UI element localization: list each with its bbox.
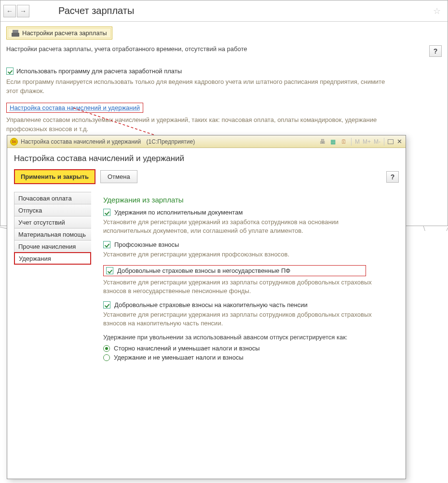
tab-other-accruals[interactable]: Прочие начисления bbox=[14, 240, 91, 253]
cancel-button[interactable]: Отмена bbox=[100, 170, 137, 183]
use-program-checkbox[interactable] bbox=[6, 67, 14, 75]
page-title: Расчет зарплаты bbox=[58, 5, 134, 16]
tab-deductions[interactable]: Удержания bbox=[14, 252, 91, 265]
accruals-config-link-box: Настройка состава начислений и удержаний bbox=[6, 103, 143, 113]
dismissal-question-label: Удержание при увольнении за использованн… bbox=[103, 334, 393, 341]
dialog-window-title: Настройка состава начислений и удержаний bbox=[21, 138, 141, 145]
union-dues-label: Профсоюзные взносы bbox=[114, 241, 179, 248]
printer-icon bbox=[12, 30, 19, 37]
writ-deductions-hint: Установите для регистрации удержаний из … bbox=[103, 218, 383, 235]
accruals-config-dialog: 1c Настройка состава начислений и удержа… bbox=[7, 135, 406, 479]
union-dues-hint: Установите для регистрации удержания про… bbox=[103, 250, 383, 259]
union-dues-checkbox[interactable] bbox=[103, 241, 110, 248]
dialog-heading: Настройка состава начислений и удержаний bbox=[14, 154, 399, 163]
tab-list: Почасовая оплата Отпуска Учет отсутствий… bbox=[14, 192, 91, 473]
memory-mplus-button[interactable]: M+ bbox=[361, 138, 372, 145]
accruals-config-link[interactable]: Настройка состава начислений и удержаний bbox=[10, 104, 140, 111]
voluntary-npf-hint: Установите для регистрации удержания из … bbox=[103, 278, 383, 295]
back-button[interactable]: ← bbox=[3, 5, 16, 17]
dismissal-deduction-radio[interactable] bbox=[103, 354, 110, 361]
tab-vacations[interactable]: Отпуска bbox=[14, 204, 91, 216]
panel-title: Удержания из зарплаты bbox=[103, 196, 393, 204]
salary-settings-button[interactable]: Настройки расчета зарплаты bbox=[6, 27, 112, 40]
memory-mminus-button[interactable]: M- bbox=[372, 138, 382, 145]
calculator-icon[interactable]: ▦ bbox=[329, 137, 338, 146]
calendar-icon[interactable]: 🗓 bbox=[339, 137, 348, 146]
writ-deductions-checkbox[interactable] bbox=[103, 209, 110, 216]
page-subtitle: Настройки расчета зарплаты, учета отрабо… bbox=[6, 45, 424, 53]
accruals-config-hint: Управление составом используемых начисле… bbox=[6, 116, 387, 134]
voluntary-npf-label: Добровольные страховые взносы в негосуда… bbox=[117, 267, 290, 274]
favorite-icon[interactable]: ☆ bbox=[433, 6, 441, 16]
voluntary-funded-checkbox[interactable] bbox=[103, 301, 110, 309]
dismissal-storno-radio[interactable] bbox=[103, 345, 110, 352]
help-button[interactable]: ? bbox=[429, 45, 442, 57]
voluntary-funded-hint: Установите для регистрации удержания из … bbox=[103, 310, 383, 328]
dialog-help-button[interactable]: ? bbox=[386, 171, 399, 183]
dismissal-deduction-label: Удержание и не уменьшает налоги и взносы bbox=[114, 354, 244, 361]
deductions-panel: Удержания из зарплаты Удержания по испол… bbox=[91, 192, 399, 473]
print-icon-toolbar[interactable]: 🖶 bbox=[318, 137, 327, 146]
memory-m-button[interactable]: M bbox=[353, 138, 361, 145]
voluntary-npf-checkbox[interactable] bbox=[106, 267, 113, 274]
dismissal-storno-label: Сторно начислений и уменьшает налоги и в… bbox=[114, 345, 260, 352]
apply-close-button[interactable]: Применить и закрыть bbox=[14, 169, 95, 184]
forward-button[interactable]: → bbox=[17, 5, 29, 17]
maximize-button[interactable] bbox=[386, 137, 395, 146]
tab-hourly-pay[interactable]: Почасовая оплата bbox=[14, 192, 91, 204]
use-program-label: Использовать программу для расчета зараб… bbox=[16, 67, 182, 75]
voluntary-funded-label: Добровольные страховые взносы на накопит… bbox=[114, 301, 308, 309]
tab-absences[interactable]: Учет отсутствий bbox=[14, 216, 91, 228]
writ-deductions-label: Удержания по исполнительным документам bbox=[114, 209, 243, 216]
logo-1c-icon: 1c bbox=[10, 138, 18, 146]
salary-settings-label: Настройки расчета зарплаты bbox=[22, 29, 107, 37]
use-program-hint: Если программу планируется использовать … bbox=[6, 78, 387, 96]
dialog-window-subtitle: (1С:Предприятие) bbox=[147, 138, 195, 145]
close-button[interactable]: ✕ bbox=[395, 137, 404, 146]
tab-material-aid[interactable]: Материальная помощь bbox=[14, 228, 91, 241]
dialog-titlebar[interactable]: 1c Настройка состава начислений и удержа… bbox=[7, 135, 406, 148]
